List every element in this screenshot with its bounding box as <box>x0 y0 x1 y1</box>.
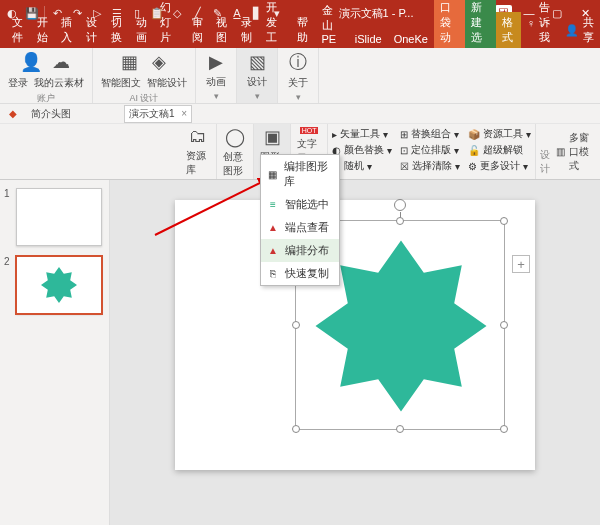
multiwindow-label: 多窗口模式 <box>569 131 594 173</box>
btn-select-clear[interactable]: ☒ 选择清除 ▾ <box>400 159 460 173</box>
resize-handle-n[interactable] <box>396 217 404 225</box>
mini-shape-icon <box>39 265 79 305</box>
btn-multiwindow[interactable]: ▥ 多窗口模式 <box>556 124 600 179</box>
qat-more-icon[interactable]: ▾ <box>269 5 285 21</box>
login-label: 登录 <box>8 76 28 90</box>
btn-combine[interactable]: ⊞ 替换组合 ▾ <box>400 127 460 141</box>
thumb-slide <box>16 188 102 246</box>
btn-more-design[interactable]: ⚙ 更多设计 ▾ <box>468 159 531 173</box>
group-animation[interactable]: ▶ 动画 ▾ <box>196 48 237 103</box>
btn-color-replace[interactable]: ◐ 颜色替换 ▾ <box>332 143 392 157</box>
btn-super-unlock[interactable]: 🔓 超级解锁 <box>468 143 531 157</box>
copy-icon: ⎘ <box>267 268 279 280</box>
login-icon[interactable]: 👤 <box>19 50 43 74</box>
resize-handle-se[interactable] <box>500 425 508 433</box>
thumb-number: 2 <box>4 256 10 267</box>
shape-icon[interactable]: ◇ <box>169 5 185 21</box>
btn-position[interactable]: ⊡ 定位排版 ▾ <box>400 143 460 157</box>
design-icon: ▧ <box>245 50 269 73</box>
about-label: 关于 <box>288 76 308 90</box>
group-account-label: 账户 <box>37 92 55 105</box>
tell-me-label: 告诉我 <box>539 0 553 45</box>
dropdown-item-distribute[interactable]: ▲编排分布 <box>261 239 339 262</box>
cloud-label: 我的云素材 <box>34 76 84 90</box>
start-slideshow-icon[interactable]: ▷ <box>89 5 105 21</box>
dropdown-item-library[interactable]: ▦编排图形库 <box>261 155 339 193</box>
autosave-icon[interactable]: ◐ <box>4 5 20 21</box>
tab-wps[interactable]: 金山PE <box>316 0 349 48</box>
resource-icon: 🗂 <box>186 126 210 147</box>
col-combine: ⊞ 替换组合 ▾ ⊡ 定位排版 ▾ ☒ 选择清除 ▾ <box>396 124 464 179</box>
col-resource: 📦 资源工具 ▾ 🔓 超级解锁 ⚙ 更多设计 ▾ <box>464 124 535 179</box>
font-color-icon[interactable]: A <box>229 5 245 21</box>
new-icon[interactable]: ▯ <box>129 5 145 21</box>
group-about[interactable]: ⓘ 关于 ▾ <box>278 48 319 103</box>
slide-thumbnails: 1 2 <box>0 180 110 525</box>
ribbon-tabs: 文件 开始 插入 设计 切换 动画 幻灯片 审阅 视图 录制 开发工 帮助 金山… <box>0 26 600 48</box>
resize-handle-s[interactable] <box>396 425 404 433</box>
save-icon[interactable]: 💾 <box>24 5 40 21</box>
group-account: 👤 ☁ 登录 我的云素材 账户 <box>0 48 93 103</box>
shape-arrange-dropdown: ▦编排图形库 ≡智能选中 ▲端点查看 ▲编排分布 ⎘快速复制 <box>260 154 340 286</box>
group-ai: ▦ ◈ 智能图文 智能设计 AI 设计 <box>93 48 196 103</box>
highlight-icon[interactable]: ▋ <box>249 5 265 21</box>
multiwindow-icon: ▥ <box>556 146 565 157</box>
resource-label: 资源库 <box>186 149 210 177</box>
btn-vector-tool[interactable]: ▸ 矢量工具 ▾ <box>332 127 392 141</box>
share-button[interactable]: 👤 共享 <box>559 12 600 48</box>
animation-label: 动画 <box>206 75 226 89</box>
doc-tab-close[interactable]: × <box>181 108 187 119</box>
dropdown-item-quickcopy[interactable]: ⎘快速复制 <box>261 262 339 285</box>
smart-graphic-icon[interactable]: ▦ <box>117 50 141 74</box>
tab-help[interactable]: 帮助 <box>291 12 316 48</box>
group-design-btn[interactable]: ▧ 设计 ▾ <box>237 48 278 103</box>
btn-resource-lib[interactable]: 🗂 资源库▾ <box>180 124 217 179</box>
undo-icon[interactable]: ↶ <box>49 5 65 21</box>
current-slide[interactable]: + <box>175 200 535 470</box>
share-icon: 👤 <box>565 24 579 37</box>
grid-icon: ▦ <box>267 168 278 180</box>
group-ai-label: AI 设计 <box>129 92 158 105</box>
thumbnail-1[interactable]: 1 <box>6 188 103 246</box>
select-icon: ≡ <box>267 199 279 211</box>
animation-icon: ▶ <box>204 50 228 73</box>
resize-handle-ne[interactable] <box>500 217 508 225</box>
paste-icon[interactable]: 📋 <box>149 5 165 21</box>
pen-icon[interactable]: ✎ <box>209 5 225 21</box>
tab-onekey[interactable]: OneKe <box>388 30 434 48</box>
smart-design-icon[interactable]: ◈ <box>147 50 171 74</box>
tab-format[interactable]: 格式 <box>496 12 521 48</box>
resize-handle-sw[interactable] <box>292 425 300 433</box>
addon-ribbon: 👤 ☁ 登录 我的云素材 账户 ▦ ◈ 智能图文 智能设计 AI 设计 ▶ 动画… <box>0 48 600 104</box>
dropdown-item-endpoints[interactable]: ▲端点查看 <box>261 216 339 239</box>
slide-canvas[interactable]: + <box>110 180 600 525</box>
wordcloud-icon: HOT <box>297 126 321 135</box>
intro-thumb-button[interactable]: 简介头图 <box>26 105 76 123</box>
rotate-handle[interactable] <box>394 199 406 211</box>
tell-me[interactable]: ♀ 告诉我 <box>521 0 559 48</box>
thumbnail-2[interactable]: 2 <box>6 256 103 314</box>
resize-handle-w[interactable] <box>292 321 300 329</box>
resize-handle-e[interactable] <box>500 321 508 329</box>
redo-icon[interactable]: ↷ <box>69 5 85 21</box>
lightbulb-icon: ♀ <box>527 17 535 29</box>
cloud-assets-icon[interactable]: ☁ <box>49 50 73 74</box>
tab-pocket[interactable]: 口袋动 <box>434 0 465 48</box>
btn-resource-tool[interactable]: 📦 资源工具 ▾ <box>468 127 531 141</box>
dropdown-item-smartselect[interactable]: ≡智能选中 <box>261 193 339 216</box>
line-icon[interactable]: ╱ <box>189 5 205 21</box>
group-label: 设计 <box>535 124 556 179</box>
triangle-icon: ▲ <box>267 245 279 257</box>
thumb-number: 1 <box>4 188 10 199</box>
btn-creative-shapes[interactable]: ◯ 创意图形▾ <box>217 124 254 179</box>
btn-random[interactable]: ⚂ 随机 ▾ <box>332 159 392 173</box>
tab-islide[interactable]: iSlide <box>349 30 388 48</box>
thumb-slide <box>16 256 102 314</box>
tab-newtab[interactable]: 新建选 <box>465 0 496 48</box>
doc-tab[interactable]: 演示文稿1 × <box>124 105 192 123</box>
document-tabs: ◆ 简介头图 演示文稿1 × <box>0 104 600 124</box>
qat-separator <box>44 6 45 20</box>
layout-plus-button[interactable]: + <box>512 255 530 273</box>
app-icon[interactable]: ◆ <box>4 106 22 121</box>
touch-mode-icon[interactable]: ☰ <box>109 5 125 21</box>
